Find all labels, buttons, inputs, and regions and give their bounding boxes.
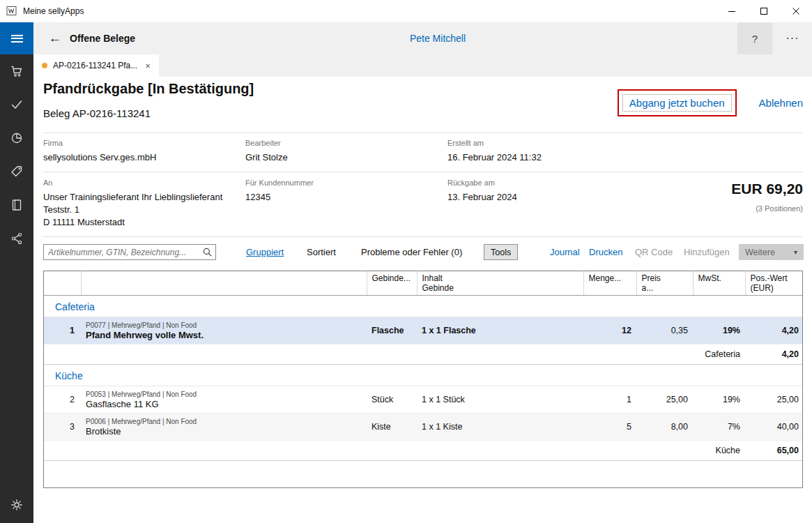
firma-value: sellysolutions Serv.ges.mbH: [43, 152, 156, 162]
tools-button[interactable]: Tools: [484, 244, 518, 260]
article-cell: P0006 | Mehrweg/Pfand | Non Food Brotkis…: [81, 414, 367, 441]
group-header-cafeteria[interactable]: Cafeteria: [44, 296, 803, 317]
document-content: Pfandrückgabe [In Bestätigung] Beleg AP-…: [33, 77, 812, 523]
menge-cell: 1: [583, 386, 636, 414]
sidebar-item-articles[interactable]: [0, 155, 33, 188]
search-input[interactable]: [44, 248, 199, 257]
address-line: D 11111 Musterstadt: [43, 216, 222, 229]
recipient-address: Unser Trainingslieferant Ihr Lieblingsli…: [43, 191, 222, 229]
article-search: [43, 244, 216, 260]
minimize-button[interactable]: [716, 0, 748, 22]
menge-cell: 12: [583, 317, 636, 344]
col-gebinde[interactable]: Gebinde...: [367, 271, 417, 296]
col-inhalt[interactable]: InhaltGebinde: [417, 271, 583, 296]
more-button[interactable]: ···: [774, 22, 811, 54]
gebinde-cell: Flasche: [367, 317, 417, 344]
book-disposal-link[interactable]: Abgang jetzt buchen: [622, 94, 732, 112]
document-actions: Abgang jetzt buchen Ablehnen: [618, 89, 803, 116]
subtotal-value: 65,00: [745, 441, 803, 461]
highlight-box: Abgang jetzt buchen: [618, 89, 737, 116]
sortiert-link[interactable]: Sortiert: [307, 244, 336, 260]
group-name: Küche: [44, 365, 803, 386]
gruppiert-link[interactable]: Gruppiert: [246, 244, 284, 260]
tab-close-icon[interactable]: ×: [145, 61, 151, 71]
cart-icon: [10, 64, 24, 78]
erstellt-value: 16. Februar 2024 11:32: [447, 152, 542, 162]
mwst-cell: 19%: [693, 317, 745, 344]
article-meta: P0077 | Mehrweg/Pfand | Non Food: [86, 321, 362, 329]
chevron-down-icon: ▾: [794, 248, 797, 256]
maximize-button[interactable]: [748, 0, 780, 22]
col-preis[interactable]: Preisa...: [636, 271, 693, 296]
menu-button[interactable]: [0, 22, 33, 54]
table-row-3[interactable]: 3 P0006 | Mehrweg/Pfand | Non Food Brotk…: [44, 414, 803, 441]
subtotal-row-cafeteria: Cafeteria 4,20: [44, 344, 803, 365]
positions-table: Gebinde... InhaltGebinde Menge... Preisa…: [43, 271, 803, 488]
search-icon[interactable]: [199, 248, 215, 257]
col-menge[interactable]: Menge...: [583, 271, 636, 296]
share-icon: [10, 232, 24, 245]
subtotal-row-kueche: Küche 65,00: [44, 441, 803, 461]
reject-link[interactable]: Ablehnen: [759, 97, 803, 109]
hamburger-icon: [11, 35, 23, 43]
group-name: Cafeteria: [44, 296, 803, 317]
kundennummer-value: 12345: [245, 192, 270, 202]
close-button[interactable]: [780, 0, 812, 22]
table-row-2[interactable]: 2 P0053 | Mehrweg/Pfand | Non Food Gasfl…: [44, 386, 803, 414]
inhalt-cell: 1 x 1 Stück: [417, 386, 583, 414]
mwst-cell: 7%: [693, 414, 745, 441]
probleme-link[interactable]: Probleme oder Fehler (0): [361, 244, 462, 260]
group-header-kueche[interactable]: Küche: [44, 365, 803, 386]
table-row-1[interactable]: 1 P0077 | Mehrweg/Pfand | Non Food Pfand…: [44, 317, 803, 344]
tab-document[interactable]: AP-0216-113241 Pfa... ×: [33, 54, 159, 77]
bearbeiter-label: Bearbeiter: [245, 139, 281, 147]
checkmark-icon: [10, 98, 24, 112]
row-number-cell: 1: [44, 317, 81, 344]
gebinde-cell: Kiste: [367, 414, 417, 441]
wert-cell: 25,00: [745, 386, 803, 414]
row-number-cell: 3: [44, 414, 81, 441]
inhalt-cell: 1 x 1 Flasche: [417, 317, 583, 344]
gear-icon: [10, 498, 24, 512]
table-header-row: Gebinde... InhaltGebinde Menge... Preisa…: [44, 271, 803, 296]
article-cell: P0077 | Mehrweg/Pfand | Non Food Pfand M…: [81, 317, 367, 344]
firma-label: Firma: [43, 139, 63, 147]
divider: [43, 236, 803, 237]
drucken-link[interactable]: Drucken: [589, 244, 622, 260]
article-meta: P0006 | Mehrweg/Pfand | Non Food: [86, 418, 362, 425]
pie-chart-icon: [10, 131, 24, 145]
bearbeiter-value: Grit Stolze: [245, 152, 288, 162]
kundennummer-label: Für Kundennummer: [245, 179, 314, 187]
unsaved-dot-icon: [42, 63, 47, 68]
sidebar-item-settings[interactable]: [0, 488, 33, 522]
user-link[interactable]: Pete Mitchell: [410, 22, 466, 54]
sidebar-item-reports[interactable]: [0, 121, 33, 155]
tab-bar: AP-0216-113241 Pfa... ×: [33, 54, 812, 77]
row-number-cell: 2: [44, 386, 81, 414]
weitere-dropdown[interactable]: Weitere ▾: [739, 244, 804, 260]
mwst-cell: 19%: [693, 386, 745, 414]
col-wert[interactable]: Pos.-Wert(EUR): [745, 271, 803, 296]
page-title: Offene Belege: [70, 22, 135, 54]
weitere-label: Weitere: [745, 248, 775, 257]
erstellt-label: Erstellt am: [447, 139, 484, 147]
journal-link[interactable]: Journal: [550, 244, 580, 260]
titlebar: Meine sellyApps: [0, 0, 812, 22]
tab-label: AP-0216-113241 Pfa...: [53, 61, 137, 70]
rueckgabe-label: Rückgabe am: [447, 179, 495, 187]
divider: [43, 132, 803, 133]
col-mwst[interactable]: MwSt.: [693, 271, 745, 296]
rueckgabe-value: 13. Februar 2024: [447, 192, 517, 202]
maximize-icon: [760, 8, 767, 15]
address-line: Unser Trainingslieferant Ihr Lieblingsli…: [43, 191, 222, 204]
divider: [43, 172, 803, 172]
col-num: [44, 271, 81, 296]
help-button[interactable]: ?: [737, 22, 772, 54]
sidebar: [0, 22, 33, 523]
article-cell: P0053 | Mehrweg/Pfand | Non Food Gasflas…: [81, 386, 367, 414]
sidebar-item-tasks[interactable]: [0, 88, 33, 121]
sidebar-item-cart[interactable]: [0, 54, 33, 88]
sidebar-item-journal[interactable]: [0, 188, 33, 222]
back-button[interactable]: ←: [43, 22, 67, 54]
sidebar-item-share[interactable]: [0, 222, 33, 255]
